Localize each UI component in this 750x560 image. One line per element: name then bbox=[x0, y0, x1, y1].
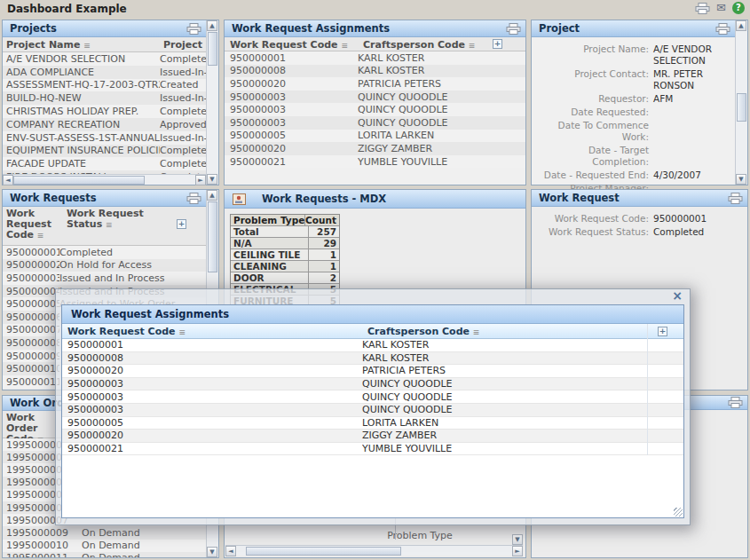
column-header-project-status[interactable]: Project Status bbox=[163, 39, 206, 51]
table-row[interactable]: 950000005 LORITA LARKEN bbox=[225, 130, 525, 143]
table-row[interactable]: ENV-SUST-ASSESS-1ST-ANNUAL Issued-In-Pro… bbox=[3, 131, 206, 145]
vertical-scrollbar[interactable]: ▲ ▼ bbox=[206, 20, 218, 185]
sort-icon[interactable]: ≡ bbox=[37, 231, 44, 240]
table-row[interactable]: 950000020 PATRICIA PETERS bbox=[62, 365, 683, 378]
add-icon[interactable]: + bbox=[658, 327, 667, 336]
table-row[interactable]: ASSESSMENT-HQ-17-2003-QTR2 Created bbox=[3, 79, 206, 92]
column-header-work-request-code[interactable]: Work Request Code ≡ bbox=[230, 39, 359, 51]
table-row[interactable]: 950000008 KARL KOSTER bbox=[62, 352, 683, 366]
scroll-right-icon[interactable]: ► bbox=[195, 175, 206, 185]
cell-craftsperson-code: PATRICIA PETERS bbox=[358, 78, 525, 90]
table-row[interactable]: COMPANY RECREATION Approved-In-Design bbox=[3, 118, 206, 131]
print-icon[interactable] bbox=[728, 397, 743, 408]
table-row[interactable]: 950000003 QUINCY QUOODLE bbox=[225, 116, 525, 130]
scroll-down-icon[interactable]: ▼ bbox=[207, 174, 217, 185]
sort-icon[interactable]: ≡ bbox=[473, 327, 480, 336]
column-header-craftsperson-code[interactable]: Craftsperson Code ≡ bbox=[367, 326, 634, 337]
scrollbar-thumb[interactable] bbox=[246, 547, 401, 556]
scroll-up-icon[interactable]: ▲ bbox=[207, 20, 217, 31]
table-row[interactable]: CHRISTMAS HOLIDAY PREP. Completed bbox=[3, 105, 206, 118]
table-row[interactable]: 950000003 QUINCY QUOODLE bbox=[62, 378, 683, 391]
table-row[interactable]: 950000001 KARL KOSTER bbox=[62, 339, 683, 352]
horizontal-scrollbar[interactable]: ◄ ► bbox=[3, 174, 206, 185]
scrollbar-thumb[interactable] bbox=[208, 201, 217, 272]
table-row[interactable]: 1995000011 On Demand bbox=[3, 552, 206, 557]
table-row[interactable]: 950000008 KARL KOSTER bbox=[225, 65, 525, 78]
scrollbar-thumb[interactable] bbox=[13, 176, 145, 185]
scroll-up-icon[interactable]: ▲ bbox=[736, 20, 746, 31]
column-header-work-request-status[interactable]: Work Request Status ≡ bbox=[67, 209, 171, 230]
table-row[interactable]: ADA COMPLIANCE Issued-In-Process bbox=[3, 66, 206, 79]
column-header-project-name[interactable]: Project Name ≡ bbox=[6, 39, 162, 51]
table-row[interactable]: 1995000009 On Demand bbox=[3, 526, 206, 539]
table-row[interactable]: 950000001 Completed bbox=[3, 246, 206, 259]
pivot-row[interactable]: DOOR 2 bbox=[231, 272, 339, 284]
table-row[interactable]: 950000020 ZIGGY ZAMBER bbox=[225, 142, 525, 155]
sort-icon[interactable]: ≡ bbox=[469, 41, 476, 50]
cell-work-request-code: 950000003 bbox=[225, 104, 358, 115]
pivot-row[interactable]: N/A 29 bbox=[231, 238, 339, 249]
pivot-col-problem-type[interactable]: Problem Type bbox=[231, 215, 305, 225]
print-icon[interactable] bbox=[715, 23, 730, 35]
print-icon[interactable] bbox=[186, 23, 201, 35]
table-row[interactable]: 950000020 ZIGGY ZAMBER bbox=[62, 430, 683, 443]
pivot-row[interactable]: CLEANING 1 bbox=[231, 261, 339, 272]
cell-work-order-code: 1995000009 bbox=[3, 527, 82, 539]
table-row[interactable]: BUILD-HQ-NEW Issued-In-Process bbox=[3, 91, 206, 105]
scrollbar-thumb[interactable] bbox=[208, 32, 217, 66]
pivot-row[interactable]: CEILING TILE 1 bbox=[231, 249, 339, 261]
print-icon[interactable] bbox=[695, 3, 710, 14]
table-row[interactable]: 1995000010 On Demand bbox=[3, 540, 206, 552]
print-icon[interactable] bbox=[506, 23, 521, 35]
cell-work-request-code: 950000010 bbox=[3, 363, 59, 375]
horizontal-scrollbar[interactable]: ◄ ► bbox=[225, 545, 523, 556]
table-row[interactable]: 950000021 YUMBLE YOUVILLE bbox=[225, 155, 525, 169]
column-header-work-request-code[interactable]: Work Request Code ≡ bbox=[6, 209, 59, 241]
sort-icon[interactable]: ≡ bbox=[83, 41, 91, 50]
scroll-down-icon[interactable]: ▼ bbox=[512, 534, 523, 545]
sort-icon[interactable]: ≡ bbox=[341, 41, 348, 50]
scroll-left-icon[interactable]: ◄ bbox=[3, 175, 13, 185]
resize-grip-icon[interactable] bbox=[674, 508, 683, 517]
table-row[interactable]: 950000002 On Hold for Access bbox=[3, 259, 206, 272]
print-icon[interactable] bbox=[728, 193, 743, 204]
table-row[interactable]: 950000020 PATRICIA PETERS bbox=[225, 77, 525, 91]
close-icon[interactable]: × bbox=[672, 289, 683, 303]
scroll-left-icon[interactable]: ◄ bbox=[225, 546, 236, 556]
pivot-col-count[interactable]: Count bbox=[305, 215, 339, 225]
scrollbar-thumb[interactable] bbox=[737, 93, 746, 122]
cell-work-request-code: 950000003 bbox=[62, 391, 362, 403]
cell-work-request-code: 950000004 bbox=[3, 286, 59, 297]
table-row[interactable]: 950000003 QUINCY QUOODLE bbox=[225, 103, 525, 116]
add-icon[interactable]: + bbox=[177, 219, 186, 229]
pivot-row[interactable]: Total 257 bbox=[231, 226, 339, 238]
dialog-title-bar[interactable]: Work Request Assignments bbox=[62, 305, 683, 324]
column-header-craftsperson-code[interactable]: Craftsperson Code ≡ bbox=[363, 39, 487, 51]
sort-icon[interactable]: ≡ bbox=[178, 327, 186, 336]
cell-work-request-code: 950000005 bbox=[225, 130, 358, 141]
table-row[interactable]: 950000001 KARL KOSTER bbox=[225, 51, 525, 65]
scroll-down-icon[interactable]: ▼ bbox=[736, 174, 746, 185]
table-row[interactable]: A/E VENDOR SELECTION Completed bbox=[3, 52, 206, 66]
table-row[interactable]: FACADE UPDATE Completed bbox=[3, 157, 206, 170]
vertical-scrollbar[interactable]: ▲ ▼ bbox=[735, 20, 747, 185]
scroll-right-icon[interactable]: ► bbox=[512, 546, 523, 556]
sort-icon[interactable]: ≡ bbox=[106, 220, 113, 229]
table-row[interactable]: 950000005 LORITA LARKEN bbox=[62, 417, 683, 430]
scroll-up-icon[interactable]: ▲ bbox=[207, 190, 217, 201]
table-row[interactable]: 950000003 Issued and In Process bbox=[3, 272, 206, 285]
cell-work-request-status: On Hold for Access bbox=[59, 259, 206, 271]
column-header-work-request-code[interactable]: Work Request Code ≡ bbox=[67, 326, 360, 337]
table-row[interactable]: 950000003 QUINCY QUOODLE bbox=[62, 390, 683, 404]
scroll-down-icon[interactable]: ▼ bbox=[207, 547, 217, 557]
mail-icon[interactable]: ✉ bbox=[716, 2, 726, 14]
table-row[interactable]: 950000003 QUINCY QUOODLE bbox=[225, 91, 525, 104]
table-row[interactable]: 950000021 YUMBLE YOUVILLE bbox=[62, 443, 683, 456]
help-icon[interactable]: ? bbox=[732, 2, 745, 14]
print-icon[interactable] bbox=[186, 193, 201, 204]
table-row[interactable]: EQUIPMENT INSURANCE POLICIES Completed bbox=[3, 145, 206, 158]
add-icon[interactable]: + bbox=[493, 39, 502, 49]
table-row[interactable]: 950000003 QUINCY QUOODLE bbox=[62, 404, 683, 417]
cell-count: 2 bbox=[309, 272, 339, 283]
field-value: AFM bbox=[653, 93, 735, 105]
